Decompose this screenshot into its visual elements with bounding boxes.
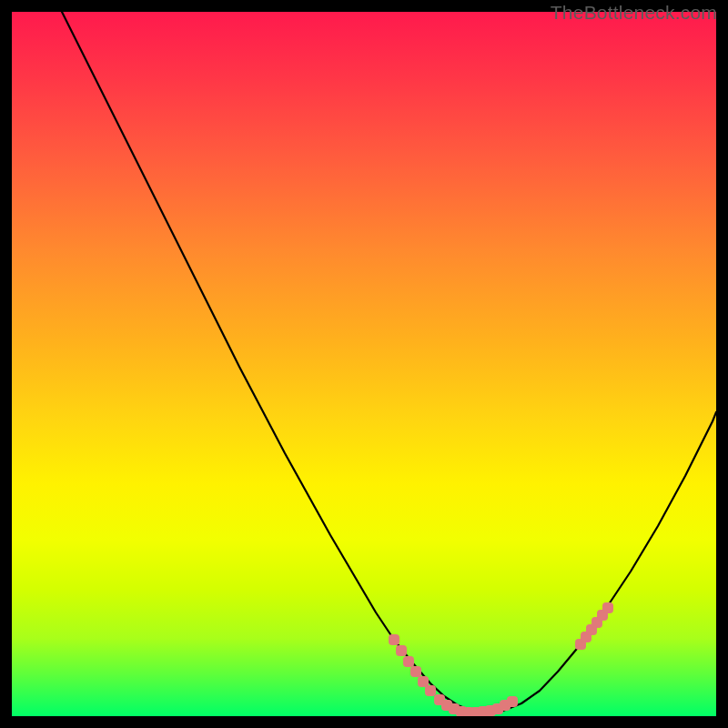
highlight-dot [410, 666, 421, 677]
chart-plot-area [12, 12, 716, 716]
highlight-dot [396, 645, 407, 656]
highlight-dot [425, 685, 436, 696]
bottleneck-curve-line [62, 12, 716, 713]
highlight-dot [389, 634, 399, 645]
highlight-dot [403, 656, 414, 667]
highlight-dot [507, 696, 518, 707]
highlight-dot [602, 602, 613, 613]
highlight-dot-group [389, 602, 613, 716]
highlight-dot [418, 676, 429, 687]
watermark-text: TheBottleneck.com [551, 2, 717, 24]
bottleneck-curve-svg [12, 12, 716, 716]
